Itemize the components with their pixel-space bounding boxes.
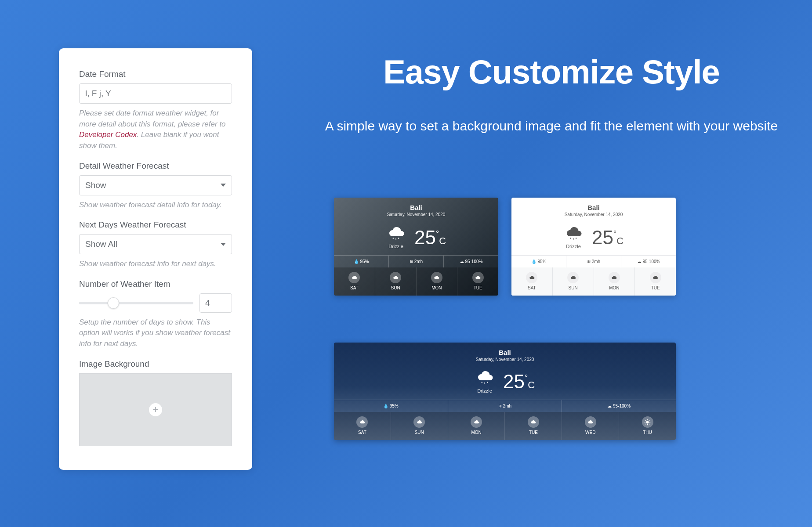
- day-label: SAT: [336, 430, 389, 435]
- cloud-icon: [642, 416, 653, 428]
- stat-wind: ≋ 2mh: [389, 256, 444, 267]
- next-days-label: Next Days Weather Forecast: [79, 220, 232, 230]
- day-label: TUE: [459, 285, 497, 290]
- svg-point-1: [395, 238, 396, 239]
- cloud-icon: [431, 272, 442, 283]
- cloud-icon: [471, 416, 482, 428]
- forecast-day: SAT: [334, 412, 391, 440]
- day-label: SUN: [555, 285, 592, 290]
- day-label: WED: [564, 430, 617, 435]
- card-condition: Drizzle: [475, 388, 494, 393]
- chevron-down-icon: [221, 243, 226, 246]
- item-count-help: Setup the number of days to show. This o…: [79, 317, 232, 350]
- forecast-day: WED: [562, 412, 619, 440]
- stat-wind: ≋ 2mh: [448, 400, 562, 412]
- rain-cloud-icon: [386, 226, 406, 241]
- forecast-day: MON: [594, 267, 635, 296]
- forecast-day: SAT: [511, 267, 553, 296]
- date-format-input[interactable]: [79, 83, 232, 104]
- cloud-icon: [585, 416, 596, 428]
- card-temp: 25°C: [414, 228, 446, 247]
- card-condition: Drizzle: [386, 244, 406, 249]
- stat-wind: ≋ 2mh: [566, 256, 621, 267]
- forecast-day: SUN: [375, 267, 417, 296]
- stat-humidity: 💧 95%: [334, 400, 448, 412]
- card-date: Saturday, November 14, 2020: [338, 357, 671, 362]
- day-label: MON: [418, 285, 456, 290]
- developer-codex-link[interactable]: Developer Codex: [79, 130, 137, 139]
- item-count-label: Number of Weather Item: [79, 279, 232, 289]
- headline-subtitle: A simple way to set a background image a…: [316, 116, 787, 137]
- forecast-days: SATSUNMONTUE: [511, 267, 676, 296]
- day-label: TUE: [507, 430, 560, 435]
- image-bg-label: Image Background: [79, 359, 232, 369]
- cloud-icon: [567, 272, 579, 283]
- date-format-label: Date Format: [79, 69, 232, 79]
- cloud-icon: [526, 272, 537, 283]
- cloud-icon: [356, 416, 368, 428]
- headline: Easy Customize Style A simple way to set…: [316, 53, 787, 137]
- card-temp: 25°C: [503, 372, 535, 391]
- slider-handle[interactable]: [108, 297, 119, 309]
- item-count-value[interactable]: [199, 293, 232, 313]
- card-city: Bali: [338, 204, 494, 211]
- cloud-icon: [528, 416, 539, 428]
- day-label: THU: [621, 430, 674, 435]
- svg-point-2: [398, 238, 399, 238]
- day-label: SAT: [336, 285, 373, 290]
- item-count-slider[interactable]: [79, 302, 193, 304]
- headline-title: Easy Customize Style: [316, 53, 787, 91]
- day-label: MON: [450, 430, 503, 435]
- rain-cloud-icon: [475, 370, 494, 385]
- svg-line-17: [649, 420, 650, 421]
- image-bg-dropzone[interactable]: +: [79, 373, 232, 446]
- day-label: MON: [596, 285, 633, 290]
- forecast-days: SATSUNMONTUEWEDTHU: [334, 412, 676, 440]
- cloud-icon: [609, 272, 620, 283]
- preview-card-light: Bali Saturday, November 14, 2020 Drizzle…: [511, 198, 676, 296]
- day-label: SUN: [377, 285, 414, 290]
- card-date: Saturday, November 14, 2020: [516, 212, 671, 217]
- preview-card-dark: Bali Saturday, November 14, 2020 Drizzle…: [334, 198, 498, 296]
- card-date: Saturday, November 14, 2020: [338, 212, 494, 217]
- forecast-day: SUN: [391, 412, 448, 440]
- stat-clouds: ☁ 95-100%: [562, 400, 676, 412]
- svg-point-6: [482, 382, 482, 383]
- date-format-help: Please set date format weather widget, f…: [79, 108, 232, 152]
- svg-line-14: [645, 420, 646, 421]
- forecast-day: TUE: [635, 267, 676, 296]
- forecast-day: THU: [619, 412, 676, 440]
- plus-icon: +: [149, 403, 162, 416]
- cloud-icon: [650, 272, 661, 283]
- svg-point-3: [570, 238, 571, 238]
- forecast-day: TUE: [505, 412, 562, 440]
- detail-forecast-value: Show: [85, 180, 106, 190]
- day-label: SAT: [513, 285, 551, 290]
- detail-forecast-label: Detail Weather Forecast: [79, 161, 232, 171]
- forecast-day: SAT: [334, 267, 375, 296]
- cloud-icon: [413, 416, 425, 428]
- cloud-icon: [390, 272, 401, 283]
- rain-cloud-icon: [564, 226, 583, 241]
- next-days-select[interactable]: Show All: [79, 234, 232, 254]
- card-city: Bali: [338, 349, 671, 356]
- svg-point-4: [573, 238, 574, 239]
- preview-card-wide: Bali Saturday, November 14, 2020 Drizzle…: [334, 343, 676, 440]
- svg-point-5: [576, 238, 576, 238]
- next-days-help: Show weather forecast info for next days…: [79, 259, 232, 270]
- forecast-days: SATSUNMONTUE: [334, 267, 498, 296]
- day-label: TUE: [637, 285, 674, 290]
- svg-line-16: [645, 423, 646, 424]
- chevron-down-icon: [221, 184, 226, 187]
- detail-forecast-help: Show weather forecast detail info for to…: [79, 200, 232, 211]
- cloud-icon: [472, 272, 484, 283]
- svg-point-9: [646, 421, 649, 423]
- cloud-icon: [348, 272, 360, 283]
- forecast-day: MON: [417, 267, 458, 296]
- forecast-day: MON: [448, 412, 505, 440]
- next-days-value: Show All: [85, 239, 117, 249]
- stat-humidity: 💧 95%: [511, 256, 566, 267]
- card-city: Bali: [516, 204, 671, 211]
- detail-forecast-select[interactable]: Show: [79, 175, 232, 195]
- stat-humidity: 💧 95%: [334, 256, 389, 267]
